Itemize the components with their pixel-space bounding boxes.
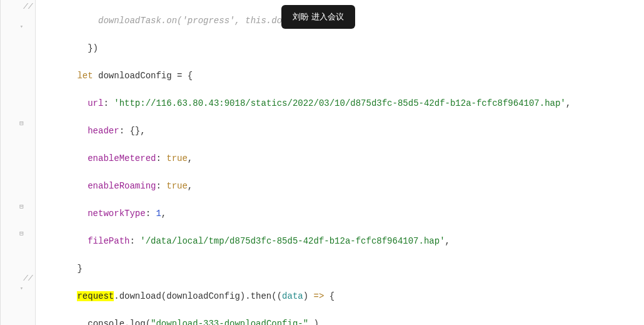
notification-toast: 刘盼 进入会议	[281, 5, 355, 29]
notification-text: 刘盼 进入会议	[293, 12, 344, 21]
code-line: enableMetered: true,	[46, 152, 644, 165]
code-line: networkType: 1,	[46, 207, 644, 220]
code-line: url: 'http://116.63.80.43:9018/statics/2…	[46, 96, 644, 110]
gutter-comment-slash: //	[23, 272, 33, 286]
fold-marker-icon[interactable]	[18, 24, 25, 31]
code-editor[interactable]: // // downloadTask.on('progress', this.d…	[0, 0, 644, 325]
code-line: }	[46, 262, 644, 276]
code-line: let downloadConfig = {	[46, 69, 644, 83]
code-content[interactable]: downloadTask.on('progress', this.downlo …	[36, 0, 644, 325]
code-line: enableRoaming: true,	[46, 179, 644, 193]
gutter-comment-slash: //	[23, 0, 33, 14]
code-line: console.log("download-333-downloadConfig…	[46, 317, 644, 325]
code-line: })	[46, 41, 644, 55]
gutter: // //	[1, 0, 36, 325]
search-highlight: request	[77, 291, 114, 301]
fold-marker-icon[interactable]	[18, 230, 25, 237]
fold-marker-icon[interactable]	[18, 204, 25, 210]
code-line: request.download(downloadConfig).then((d…	[46, 289, 644, 303]
code-line: filePath: '/data/local/tmp/d875d3fc-85d5…	[46, 234, 644, 248]
fold-marker-icon[interactable]	[18, 120, 25, 127]
fold-marker-icon[interactable]	[18, 286, 25, 292]
code-line: header: {},	[46, 124, 644, 138]
